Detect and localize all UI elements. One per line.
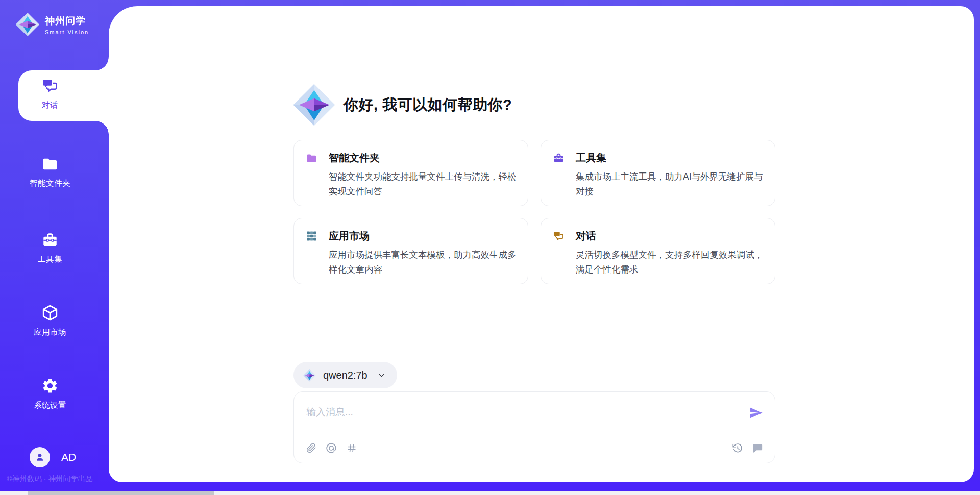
message-input[interactable] — [306, 404, 725, 420]
card-title: 智能文件夹 — [329, 151, 380, 165]
card-app-market[interactable]: 应用市场 应用市场提供丰富长文本模板，助力高效生成多样化文章内容 — [293, 218, 528, 284]
gear-icon — [41, 377, 59, 394]
card-title: 对话 — [576, 229, 596, 243]
app-logo-icon — [15, 12, 40, 37]
at-icon[interactable] — [325, 442, 337, 454]
sidebar-item-label: 应用市场 — [34, 327, 66, 338]
avatar — [30, 447, 50, 467]
sidebar-item-label: 对话 — [42, 100, 58, 111]
card-description: 集成市场上主流工具，助力AI与外界无缝扩展与对接 — [576, 169, 764, 199]
composer — [293, 391, 775, 463]
horizontal-scrollbar[interactable] — [0, 491, 980, 495]
chat-bubble-icon[interactable] — [752, 442, 764, 454]
briefcase-icon — [41, 231, 59, 249]
scrollbar-thumb[interactable] — [28, 491, 214, 495]
sidebar-item-toolset[interactable]: 工具集 — [0, 231, 100, 265]
send-button[interactable] — [749, 406, 763, 420]
sidebar-item-label: 工具集 — [38, 254, 62, 265]
chat-bubbles-icon — [41, 77, 59, 94]
greeting-text: 你好, 我可以如何帮助你? — [344, 95, 512, 115]
card-toolset[interactable]: 工具集 集成市场上主流工具，助力AI与外界无缝扩展与对接 — [541, 140, 775, 206]
grid-cube-icon — [306, 230, 317, 242]
paper-plane-icon — [749, 406, 763, 420]
hash-icon[interactable] — [346, 442, 357, 454]
chat-bubbles-icon — [553, 230, 565, 242]
folder-icon — [306, 152, 317, 164]
sidebar-item-settings[interactable]: 系统设置 — [0, 377, 100, 411]
user-profile[interactable]: AD — [30, 447, 76, 467]
card-description: 应用市场提供丰富长文本模板，助力高效生成多样化文章内容 — [329, 247, 517, 277]
app-logo: 神州问学 Smart Vision — [15, 12, 89, 37]
app-subtitle: Smart Vision — [45, 29, 89, 35]
chevron-down-icon — [377, 371, 386, 380]
briefcase-icon — [553, 152, 565, 164]
greeting: 你好, 我可以如何帮助你? — [292, 83, 512, 127]
sidebar-item-label: 系统设置 — [34, 400, 66, 411]
card-title: 工具集 — [576, 151, 606, 165]
card-title: 应用市场 — [329, 229, 370, 243]
main-panel: 你好, 我可以如何帮助你? 智能文件夹 智能文件夹功能支持批量文件上传与清洗，轻… — [109, 6, 974, 482]
history-icon[interactable] — [732, 442, 743, 454]
card-chat[interactable]: 对话 灵活切换多模型文件，支持多样回复效果调试，满足个性化需求 — [541, 218, 775, 284]
app-name: 神州问学 — [45, 14, 89, 28]
folder-icon — [41, 155, 59, 172]
person-icon — [34, 451, 46, 463]
sidebar-item-label: 智能文件夹 — [30, 178, 70, 189]
model-name: qwen2:7b — [323, 369, 368, 381]
copyright-text: ©神州数码 · 神州问学出品 — [7, 474, 93, 484]
sidebar: 神州问学 Smart Vision 对话 智能文件夹 工具集 应用市场 — [0, 0, 109, 495]
card-description: 智能文件夹功能支持批量文件上传与清洗，轻松实现文件问答 — [329, 169, 517, 199]
gem-diamond-icon — [292, 83, 336, 127]
model-selector[interactable]: qwen2:7b — [293, 362, 397, 388]
card-smart-folder[interactable]: 智能文件夹 智能文件夹功能支持批量文件上传与清洗，轻松实现文件问答 — [293, 140, 528, 206]
user-initials: AD — [61, 451, 76, 463]
paperclip-icon[interactable] — [306, 443, 316, 453]
gem-diamond-icon — [303, 369, 316, 382]
sidebar-item-chat[interactable]: 对话 — [0, 77, 100, 111]
sidebar-item-app-market[interactable]: 应用市场 — [0, 304, 100, 338]
feature-cards: 智能文件夹 智能文件夹功能支持批量文件上传与清洗，轻松实现文件问答 工具集 集成… — [293, 140, 775, 284]
sidebar-item-smart-folder[interactable]: 智能文件夹 — [0, 155, 100, 189]
card-description: 灵活切换多模型文件，支持多样回复效果调试，满足个性化需求 — [576, 247, 764, 277]
cube-icon — [41, 304, 59, 321]
